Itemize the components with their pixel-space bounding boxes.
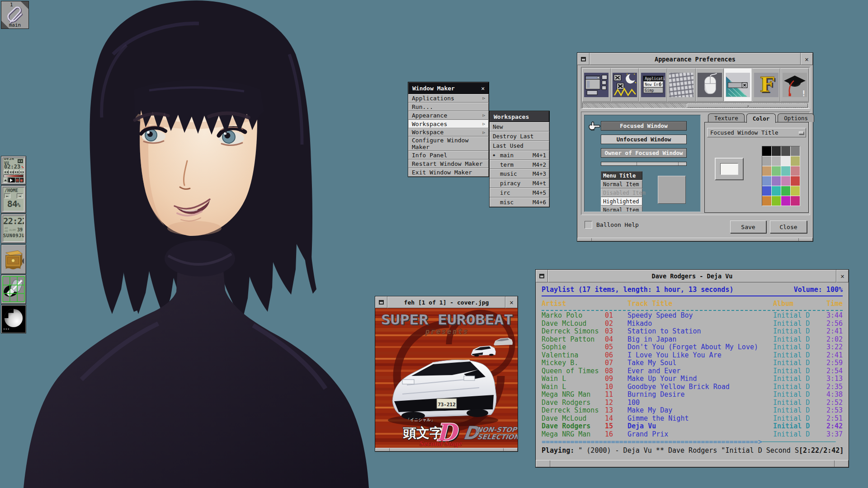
palette-color[interactable] [781, 166, 790, 176]
menu-preview-row[interactable]: Disabled Item [601, 188, 642, 197]
playlist-row[interactable]: Marko Polo 01 Speedy Speed Boy Initial D… [542, 312, 843, 320]
palette-color[interactable] [772, 166, 781, 176]
workspace-menu-item[interactable]: ◈ main M4+1 [490, 150, 549, 160]
workspace-clip[interactable]: 1 main [1, 1, 29, 29]
menu-preview-row[interactable]: Menu Title [601, 171, 642, 180]
palette-color[interactable] [762, 196, 771, 206]
animations-section-icon[interactable] [611, 68, 639, 102]
playlist-row[interactable]: Mickey B. 07 Take My Soul Initial D 2:59 [542, 359, 843, 367]
palette-color[interactable] [762, 176, 771, 186]
wprefs-resizebar[interactable] [577, 238, 813, 241]
tab[interactable]: Options [778, 113, 814, 122]
palette-color[interactable] [772, 186, 781, 196]
palette-color[interactable] [781, 186, 790, 196]
scrollbar-knob[interactable] [687, 103, 808, 108]
prev-track-button[interactable] [4, 170, 9, 174]
palette-color[interactable] [772, 196, 781, 206]
menu-item[interactable]: Workspace ▷ [408, 128, 489, 137]
miniaturize-button[interactable] [577, 53, 590, 65]
section-scrollbar[interactable] [582, 103, 809, 108]
playlist-row[interactable]: Robert Patton 04 Big in Japan Initial D … [542, 336, 843, 344]
playlist-row[interactable]: Derreck Simons 13 Make My Day Initial D … [542, 407, 843, 415]
owner-window-preview[interactable]: Owner of Focused Window [601, 148, 687, 158]
menu-item[interactable]: Exit Window Maker [408, 168, 489, 177]
workspace-menu-item[interactable]: New [490, 122, 549, 131]
playlist-row[interactable]: Derreck Simons 03 Station to Station Ini… [542, 328, 843, 336]
rewind-button[interactable] [9, 170, 14, 174]
palette-color[interactable] [772, 176, 781, 186]
palette-color[interactable] [791, 166, 800, 176]
font-section-icon[interactable]: F F [752, 68, 781, 102]
palette-color[interactable] [791, 156, 800, 166]
menu-item[interactable]: Workspaces ▷ [408, 120, 489, 128]
palette-color[interactable] [791, 186, 800, 196]
expert-section-icon[interactable]: ! [780, 68, 809, 102]
close-button[interactable]: ✕ [801, 53, 813, 65]
palette-color[interactable] [762, 166, 771, 176]
palette-color[interactable] [762, 156, 771, 166]
appearance-section-icon[interactable] [724, 68, 752, 102]
tab[interactable]: Texture [708, 113, 745, 122]
fast-forward-button[interactable] [14, 170, 19, 174]
playlist-row[interactable]: Dave McLoud 14 Gimme the Night Initial D… [542, 415, 843, 423]
palette-color[interactable] [781, 196, 790, 206]
menu-item[interactable]: Configure Window Maker [408, 136, 489, 151]
playlist-row[interactable]: Wain L 10 Goodbye Yellow Brick Road Init… [542, 383, 843, 391]
palette-color[interactable] [791, 196, 800, 206]
palette-color[interactable] [781, 156, 790, 166]
pause-button[interactable] [15, 178, 19, 183]
mouse-section-icon[interactable] [696, 68, 724, 102]
color-target-dropdown[interactable]: Focused Window Title [707, 128, 806, 137]
dockapp-disk-monitor[interactable]: /HOME ← → 84% [1, 185, 26, 213]
color-well[interactable] [715, 158, 744, 180]
next-track-button[interactable] [20, 170, 24, 174]
wprefs-titlebar[interactable]: Appearance Preferences ✕ [577, 53, 813, 65]
menu-prefs-section-icon[interactable]: Applicati New Entr Gimp [639, 68, 667, 102]
root-menu-titlebar[interactable]: Window Maker ✕ [408, 82, 489, 94]
close-icon[interactable]: ✕ [836, 270, 849, 282]
tab[interactable]: Color [746, 113, 776, 123]
disk-next-button[interactable]: → [17, 193, 23, 198]
playlist-row[interactable]: Dave McLoud 02 Mikado Initial D 2:56 [542, 320, 843, 328]
palette-color[interactable] [781, 176, 790, 186]
eject-button[interactable] [4, 178, 8, 183]
playlist-row[interactable]: Wain L 09 Make Up Your Mind Initial D 3:… [542, 375, 843, 383]
palette-color[interactable] [772, 156, 781, 166]
disk-prev-button[interactable]: ← [4, 193, 10, 198]
workspaces-submenu-titlebar[interactable]: Workspaces [490, 111, 549, 122]
menu-preview-row[interactable]: Highlighted [601, 197, 642, 206]
unfocused-window-preview[interactable]: Unfocused Window [601, 135, 687, 144]
playlist-row[interactable]: Valentina 06 I Love You Like You Are Ini… [542, 352, 843, 360]
workspace-menu-item[interactable]: Destroy Last [490, 131, 549, 141]
keyboard-section-icon[interactable] [667, 68, 696, 102]
miniaturize-button[interactable] [536, 270, 548, 282]
palette-color[interactable] [772, 146, 781, 156]
window-focus-section-icon[interactable] [582, 68, 611, 102]
menu-item[interactable]: Restart Window Maker [408, 160, 489, 168]
dockapp-clock[interactable]: 22:22 AMPM ALRM 39 SUN09JUL [1, 214, 26, 244]
playlist-row[interactable]: Queen of Times 08 Ever and Ever Initial … [542, 367, 843, 375]
miniaturize-button[interactable] [375, 296, 387, 308]
dockapp-drawer[interactable] [1, 244, 26, 274]
playlist-row[interactable]: Dave Rodgers 12 100 Initial D 2:52 [542, 399, 843, 407]
player-resizebar[interactable] [536, 460, 849, 467]
palette-color[interactable] [791, 176, 800, 186]
menu-preview-row[interactable]: Normal Item [601, 206, 642, 212]
playlist-row[interactable]: Mega NRG Man 16 Grand Prix Initial D 3:3… [542, 431, 843, 439]
track-progress-bar[interactable] [4, 175, 24, 177]
workspace-menu-item[interactable]: irc M4+5 [490, 188, 549, 197]
menu-item[interactable]: Applications ▷ [408, 94, 489, 103]
menu-preview-row[interactable]: Normal Item [601, 180, 642, 188]
workspace-menu-item[interactable]: piracy M4+t [490, 178, 549, 188]
balloon-help-checkbox[interactable] [585, 221, 592, 229]
playlist-row[interactable]: Sophie 05 Don't You (Forget About My Lov… [542, 343, 843, 352]
playlist-row[interactable]: Dave Rodgers 15 Deja Vu Initial D 2:42 [542, 422, 843, 431]
palette-color[interactable] [762, 186, 771, 196]
play-button[interactable] [8, 178, 15, 183]
palette-color[interactable] [781, 146, 790, 156]
player-titlebar[interactable]: Dave Rodgers - Deja Vu ✕ [536, 270, 849, 282]
palette-color[interactable] [791, 146, 800, 156]
workspace-menu-item[interactable]: Last Used [490, 141, 549, 150]
workspace-menu-item[interactable]: term M4+2 [490, 160, 549, 169]
close-icon[interactable]: ✕ [481, 85, 485, 92]
